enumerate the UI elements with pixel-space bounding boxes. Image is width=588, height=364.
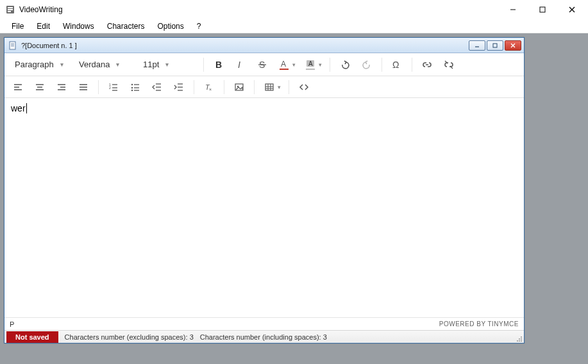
svg-point-69	[521, 336, 522, 338]
svg-text:×: ×	[209, 87, 212, 92]
unordered-list-button[interactable]	[126, 78, 145, 96]
svg-text:A: A	[281, 60, 286, 68]
menu-edit[interactable]: Edit	[30, 20, 56, 33]
toolbar-separator	[330, 58, 330, 72]
char-count-including: Characters number (including spaces): 3	[200, 333, 327, 341]
svg-text:B: B	[215, 60, 222, 70]
text-caret	[26, 103, 27, 113]
minimize-button[interactable]	[498, 0, 528, 19]
maximize-button[interactable]	[528, 0, 557, 19]
menu-windows[interactable]: Windows	[56, 20, 101, 33]
resize-grip-icon[interactable]	[515, 335, 523, 342]
text-color-button[interactable]: A ▾	[274, 56, 298, 74]
svg-text:2: 2	[109, 86, 111, 90]
chevron-down-icon: ▾	[165, 61, 169, 68]
svg-rect-2	[8, 9, 13, 10]
align-right-button[interactable]	[52, 78, 71, 96]
powered-by-label: POWERED BY TINYMCE	[439, 320, 519, 327]
svg-point-64	[521, 340, 522, 342]
document-footer: Not saved Characters number (excluding s…	[4, 330, 524, 343]
toolbar-separator	[194, 80, 194, 94]
svg-text:Ω: Ω	[392, 60, 399, 70]
font-family-select[interactable]: Verdana ▾	[72, 56, 134, 73]
source-code-button[interactable]	[294, 78, 314, 96]
paragraph-format-select[interactable]: Paragraph ▾	[8, 56, 70, 73]
bold-button[interactable]: B	[209, 56, 228, 74]
svg-point-43	[131, 83, 133, 85]
app-icon	[5, 4, 15, 15]
insert-image-button[interactable]	[230, 78, 249, 96]
svg-point-45	[131, 89, 133, 90]
align-justify-button[interactable]	[74, 78, 93, 96]
toolbar-separator	[254, 80, 255, 94]
svg-point-67	[517, 340, 518, 342]
paragraph-toolbar: 12 T× ▾	[4, 76, 524, 98]
svg-rect-5	[540, 7, 545, 12]
svg-rect-13	[493, 44, 497, 47]
child-close-button[interactable]	[505, 40, 521, 51]
outdent-button[interactable]	[147, 78, 167, 96]
menu-file[interactable]: File	[5, 20, 30, 33]
svg-rect-8	[10, 42, 15, 49]
svg-point-65	[519, 340, 520, 342]
strikethrough-button[interactable]: S	[253, 56, 272, 74]
insert-table-button[interactable]: ▾	[260, 78, 283, 96]
toolbar-separator	[289, 80, 289, 94]
element-path[interactable]: P	[10, 320, 14, 328]
ordered-list-button[interactable]: 12	[104, 78, 123, 96]
font-size-label: 11pt	[143, 60, 159, 69]
insert-link-button[interactable]	[417, 56, 437, 74]
menu-help[interactable]: ?	[190, 20, 208, 33]
mdi-client-area: ?[Document n. 1 ] Paragraph ▾ Verdana ▾	[0, 33, 588, 364]
document-window: ?[Document n. 1 ] Paragraph ▾ Verdana ▾	[4, 37, 525, 343]
svg-rect-3	[8, 11, 11, 12]
text-color-swatch	[280, 69, 289, 70]
editor-status-bar: P POWERED BY TINYMCE	[4, 317, 524, 330]
document-icon	[8, 41, 17, 50]
toolbar-separator	[203, 58, 204, 72]
font-family-label: Verdana	[79, 60, 110, 69]
remove-link-button[interactable]	[439, 56, 458, 74]
editor-text: wer	[11, 103, 26, 113]
formatting-toolbar: Paragraph ▾ Verdana ▾ 11pt ▾ B I S A ▾	[4, 53, 524, 76]
menu-characters[interactable]: Characters	[101, 20, 151, 33]
chevron-down-icon: ▾	[278, 84, 283, 90]
paragraph-format-label: Paragraph	[15, 60, 54, 69]
chevron-down-icon: ▾	[292, 62, 298, 68]
svg-text:A: A	[308, 60, 313, 67]
align-center-button[interactable]	[30, 78, 49, 96]
svg-rect-1	[8, 7, 13, 8]
align-left-button[interactable]	[8, 78, 28, 96]
italic-button[interactable]: I	[231, 56, 250, 74]
undo-button[interactable]	[335, 56, 355, 74]
toolbar-separator	[98, 80, 99, 94]
chevron-down-icon: ▾	[116, 61, 119, 68]
font-size-select[interactable]: 11pt ▾	[137, 56, 198, 73]
editor-content-area[interactable]: wer	[4, 98, 524, 317]
chevron-down-icon: ▾	[60, 61, 63, 68]
toolbar-separator	[382, 58, 382, 72]
chevron-down-icon: ▾	[319, 62, 324, 68]
child-minimize-button[interactable]	[469, 40, 485, 51]
clear-formatting-button[interactable]: T×	[199, 78, 219, 96]
menu-options[interactable]: Options	[151, 20, 190, 33]
svg-rect-59	[265, 84, 273, 90]
document-title: ?[Document n. 1 ]	[21, 42, 77, 49]
svg-text:I: I	[238, 60, 240, 70]
app-title: VideoWriting	[19, 5, 63, 14]
svg-point-68	[519, 338, 520, 340]
highlight-color-swatch	[306, 69, 315, 70]
menu-bar: File Edit Windows Characters Options ?	[0, 19, 588, 33]
close-button[interactable]	[557, 0, 587, 19]
indent-button[interactable]	[169, 78, 189, 96]
svg-point-44	[131, 87, 133, 88]
special-character-button[interactable]: Ω	[387, 56, 407, 74]
svg-point-66	[521, 338, 522, 340]
toolbar-separator	[412, 58, 412, 72]
child-maximize-button[interactable]	[487, 40, 503, 51]
document-titlebar[interactable]: ?[Document n. 1 ]	[4, 38, 524, 53]
highlight-color-button[interactable]: A ▾	[301, 56, 324, 74]
char-count-excluding: Characters number (excluding spaces): 3	[65, 333, 194, 341]
toolbar-separator	[224, 80, 224, 94]
redo-button[interactable]	[357, 56, 376, 74]
